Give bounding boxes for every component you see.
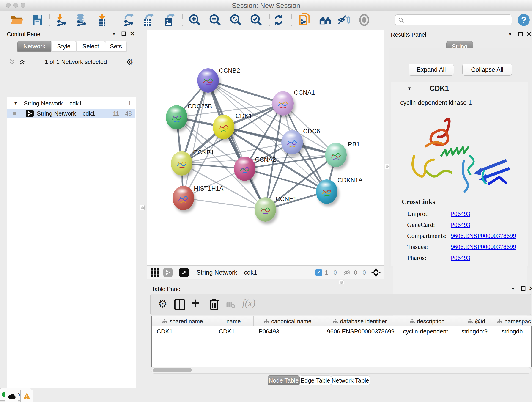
help-button[interactable]: ? — [517, 13, 530, 26]
tab-node-table[interactable]: Node Table — [268, 375, 300, 385]
node-CCNB2[interactable] — [197, 68, 219, 93]
save-session-button[interactable] — [30, 13, 45, 27]
horizontal-splitter-handle[interactable] — [339, 280, 344, 284]
import-network-from-database-button[interactable] — [74, 13, 88, 27]
cell-description[interactable]: cyclin-dependent ... — [398, 327, 456, 336]
collapse-all-icon[interactable] — [9, 58, 16, 65]
network-row-selected[interactable]: String Network – cdk1 11 48 — [7, 109, 135, 118]
show-hidden-button[interactable] — [357, 13, 372, 27]
collection-expand-triangle-icon[interactable]: ▼ — [13, 101, 18, 106]
birds-eye-crosshair-icon[interactable] — [371, 268, 381, 278]
export-image-button[interactable] — [162, 13, 177, 27]
toolbar-separator — [269, 13, 270, 26]
detach-view-icon[interactable] — [179, 268, 189, 277]
results-panel-title: Results Panel — [391, 32, 426, 38]
crosslink-link[interactable]: 9606.ENSP00000378699 — [451, 232, 516, 240]
zoom-selected-button[interactable] — [249, 13, 264, 27]
network-collection-row[interactable]: ▼ String Network – cdk1 1 — [7, 99, 135, 108]
zoom-fit-button[interactable] — [228, 13, 243, 27]
table-horizontal-scrollbar[interactable] — [151, 367, 531, 374]
cell--id[interactable]: stringdb:9... — [456, 327, 496, 336]
export-table-button[interactable] — [141, 13, 156, 27]
import-network-button[interactable] — [54, 13, 69, 27]
control-panel-collapse-icon[interactable]: ▼ — [112, 32, 116, 36]
column-header-shared-name[interactable]: shared name — [152, 316, 214, 326]
column-type-icon — [162, 319, 167, 324]
tab-select[interactable]: Select — [76, 41, 105, 51]
expand-all-button[interactable]: Expand All — [409, 64, 454, 76]
crosslink-link[interactable]: P06493 — [451, 254, 470, 262]
results-panel-close-icon[interactable]: ✕ — [526, 31, 532, 38]
tab-network[interactable]: Network — [17, 41, 51, 51]
node-CCNA2[interactable] — [234, 157, 255, 181]
cell-name[interactable]: CDK1 — [214, 327, 253, 336]
node-gloss-highlight — [276, 94, 288, 99]
column-header-namespac[interactable]: namespac — [496, 316, 532, 326]
scrollbar-thumb[interactable] — [153, 368, 192, 372]
show-all-views-button[interactable] — [318, 13, 333, 27]
column-header-canonical-name[interactable]: canonical name — [254, 316, 322, 326]
node-CDC25B[interactable] — [166, 105, 187, 129]
node-CDC6[interactable] — [281, 130, 303, 154]
open-session-button[interactable] — [10, 13, 24, 27]
results-panel-collapse-icon[interactable]: ▼ — [508, 32, 512, 37]
grid-view-icon[interactable] — [151, 268, 160, 277]
node-CCNB1[interactable] — [171, 151, 192, 176]
cloud-status-button[interactable] — [5, 390, 18, 402]
network-canvas[interactable]: CCNB2 CCNA1 CDC25B CDK1 CDC6 RB1 CCNB1 C… — [147, 30, 385, 266]
cell-namespac[interactable]: stringdb — [496, 327, 532, 336]
node-RB1[interactable] — [325, 143, 347, 167]
search-input[interactable] — [406, 16, 508, 24]
hide-selected-button[interactable] — [336, 13, 351, 27]
table-panel-float-icon[interactable] — [521, 286, 526, 291]
tab-sets[interactable]: Sets — [105, 41, 127, 51]
cell-database-identifier[interactable]: 9606.ENSP00000378699 — [322, 327, 398, 336]
control-panel-float-icon[interactable] — [121, 32, 126, 36]
zoom-in-button[interactable] — [187, 13, 202, 27]
cell-canonical-name[interactable]: P06493 — [254, 327, 322, 336]
delete-column-trash-icon[interactable] — [209, 298, 219, 310]
node-HIST1H1A[interactable] — [172, 186, 194, 210]
column-header-description[interactable]: description — [398, 316, 456, 326]
gene-collapse-triangle-icon[interactable]: ▼ — [407, 86, 412, 91]
network-view-title: String Network – cdk1 — [196, 269, 257, 276]
node-CDK1[interactable] — [213, 115, 234, 139]
refresh-button[interactable] — [271, 13, 286, 27]
tab-network-table[interactable]: Network Table — [331, 375, 370, 385]
tab-style[interactable]: Style — [51, 41, 76, 51]
tab-edge-table[interactable]: Edge Table — [300, 375, 331, 385]
zoom-out-button[interactable] — [208, 13, 222, 27]
expand-all-icon[interactable] — [19, 58, 26, 65]
table-options-gear-icon[interactable]: ⚙ — [158, 298, 167, 310]
node-CDKN1A[interactable] — [316, 179, 337, 204]
column-header--id[interactable]: @id — [456, 316, 496, 326]
column-header-name[interactable]: name — [214, 316, 254, 326]
collapse-all-button[interactable]: Collapse All — [462, 64, 512, 76]
node-CCNE1[interactable] — [254, 197, 276, 222]
left-splitter-handle[interactable] — [140, 205, 145, 211]
create-column-plus-icon[interactable]: + — [191, 295, 200, 311]
toolbar-separator — [176, 268, 176, 278]
cell-shared-name[interactable]: CDK1 — [152, 327, 214, 336]
export-network-button[interactable] — [122, 13, 136, 27]
warning-status-button[interactable] — [20, 390, 33, 402]
node-label-HIST1H1A: HIST1H1A — [194, 185, 223, 192]
show-columns-icon[interactable] — [174, 299, 185, 310]
gene-section-header[interactable]: ▼ CDK1 — [391, 82, 528, 95]
node-CCNA1[interactable] — [272, 91, 294, 115]
results-panel-float-icon[interactable] — [518, 32, 523, 36]
application-window: Session: New Session — [0, 0, 532, 402]
control-panel-close-icon[interactable]: ✕ — [130, 30, 135, 37]
crosslink-link[interactable]: 9606.ENSP00000378699 — [451, 243, 516, 250]
network-list-options-gear-icon[interactable]: ⚙ — [126, 57, 133, 67]
crosslink-link[interactable]: P06493 — [451, 210, 470, 217]
table-panel-close-icon[interactable]: ✕ — [529, 285, 532, 292]
crosslink-link[interactable]: P06493 — [451, 221, 470, 229]
node-structure-thumbnail — [321, 187, 333, 199]
clone-network-button[interactable] — [298, 13, 312, 27]
network-thumbnail-icon[interactable] — [163, 268, 172, 277]
selected-checkbox-icon[interactable]: ✓ — [315, 269, 322, 276]
import-table-button[interactable] — [95, 13, 109, 27]
table-panel-collapse-icon[interactable]: ▼ — [511, 286, 515, 291]
column-header-database-identifier[interactable]: database identifier — [322, 316, 398, 326]
